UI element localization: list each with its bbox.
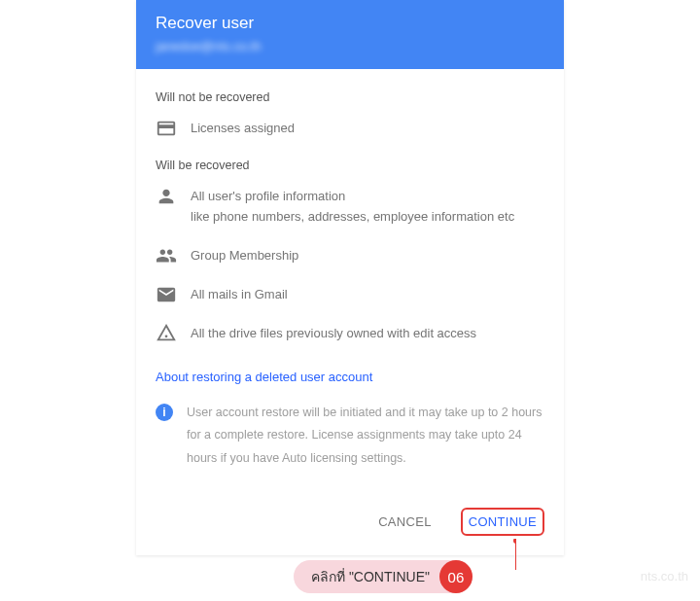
dialog-buttons: CANCEL CONTINUE (156, 508, 544, 536)
about-restore-link[interactable]: About restoring a deleted user account (156, 370, 544, 384)
info-icon: i (156, 404, 173, 421)
person-icon (156, 186, 177, 207)
item-profile: All user's profile information like phon… (156, 186, 544, 228)
recover-user-dialog: Recover user janedoe@nts.co.th Will not … (136, 0, 564, 555)
info-row: i User account restore will be initiated… (156, 402, 544, 471)
section-recovered-title: Will be recovered (156, 159, 544, 172)
mail-icon (156, 284, 177, 305)
item-mails-text: All mails in Gmail (191, 284, 288, 305)
item-group-text: Group Membership (191, 245, 298, 266)
card-icon (156, 118, 177, 139)
item-licenses: Licenses assigned (156, 118, 544, 139)
item-drive-text: All the drive files previously owned wit… (191, 323, 476, 344)
dialog-body: Will not be recovered Licenses assigned … (136, 69, 564, 555)
svg-point-0 (165, 335, 168, 337)
watermark: nts.co.th (641, 569, 688, 583)
group-icon (156, 245, 177, 266)
drive-icon (156, 323, 177, 344)
item-profile-text: All user's profile information like phon… (191, 186, 514, 228)
continue-button[interactable]: CONTINUE (461, 508, 544, 536)
annotation-badge: 06 (439, 560, 472, 593)
cancel-button[interactable]: CANCEL (372, 510, 438, 534)
section-not-recovered-title: Will not be recovered (156, 90, 544, 104)
annotation-text: คลิกที่ "CONTINUE" (311, 566, 439, 587)
user-email: janedoe@nts.co.th (156, 39, 544, 53)
item-mails: All mails in Gmail (156, 284, 544, 305)
item-drive: All the drive files previously owned wit… (156, 323, 544, 344)
item-licenses-text: Licenses assigned (191, 118, 295, 139)
dialog-header: Recover user janedoe@nts.co.th (136, 0, 564, 69)
step-annotation: คลิกที่ "CONTINUE" 06 (294, 560, 472, 593)
dialog-title: Recover user (156, 14, 544, 33)
item-group: Group Membership (156, 245, 544, 266)
info-text: User account restore will be initiated a… (187, 402, 544, 471)
